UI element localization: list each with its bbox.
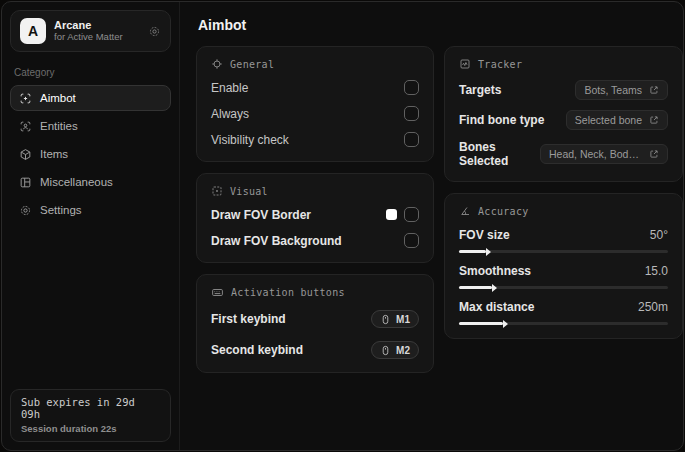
fov-border-color-swatch[interactable]	[386, 209, 397, 220]
slider-fill	[459, 286, 492, 289]
sidebar-item-miscellaneous[interactable]: Miscellaneous	[10, 169, 171, 195]
bones-selected-dropdown[interactable]: Head, Neck, Body, Pe...	[540, 144, 668, 164]
slider-fill	[459, 250, 486, 253]
draw-fov-border-checkbox[interactable]	[404, 207, 419, 222]
accuracy-card: Accuracy FOV size 50° Smoothness	[444, 193, 683, 339]
gear-icon	[19, 204, 32, 217]
targets-dropdown[interactable]: Bots, Teams	[575, 80, 668, 100]
sidebar-item-label: Miscellaneous	[40, 176, 113, 188]
app-identity: Arcane for Active Matter	[54, 19, 140, 43]
setting-label: FOV size	[459, 228, 510, 242]
max-distance-setting: Max distance 250m	[459, 300, 668, 325]
sidebar-item-label: Entities	[40, 120, 78, 132]
person-scan-icon	[19, 120, 32, 133]
angle-icon	[459, 205, 471, 217]
keyboard-icon	[211, 286, 224, 299]
slider-fill	[459, 322, 503, 325]
layout-icon	[19, 176, 32, 189]
general-card: General Enable Always Visibility check	[196, 46, 434, 162]
slider-value: 250m	[638, 300, 668, 314]
slider-value: 15.0	[645, 264, 668, 278]
setting-label: Targets	[459, 83, 501, 97]
fov-size-slider[interactable]	[459, 250, 668, 253]
sub-expiry-text: Sub expires in 29d 09h	[21, 396, 160, 420]
activity-box-icon	[459, 58, 471, 70]
setting-label: Smoothness	[459, 264, 531, 278]
visibility-check-checkbox[interactable]	[404, 132, 419, 147]
page-title: Aimbot	[198, 17, 683, 33]
setting-label: Enable	[211, 81, 248, 95]
setting-label: Always	[211, 107, 249, 121]
subscription-info: Sub expires in 29d 09h Session duration …	[10, 389, 171, 442]
setting-label: Visibility check	[211, 133, 289, 147]
card-title-label: Activation buttons	[231, 287, 345, 298]
expand-icon	[649, 115, 659, 125]
fov-size-setting: FOV size 50°	[459, 228, 668, 253]
first-keybind-button[interactable]: M1	[371, 310, 419, 328]
keybind-value: M2	[396, 345, 410, 356]
enable-checkbox[interactable]	[404, 80, 419, 95]
mouse-icon	[380, 314, 391, 325]
smoothness-setting: Smoothness 15.0	[459, 264, 668, 289]
setting-label: Bones Selected	[459, 140, 540, 168]
slider-value: 50°	[650, 228, 668, 242]
setting-label: Find bone type	[459, 113, 544, 127]
setting-label: Draw FOV Background	[211, 234, 342, 248]
sidebar-item-items[interactable]: Items	[10, 141, 171, 167]
main-content: Aimbot General Enable	[180, 2, 684, 450]
expand-icon	[649, 85, 659, 95]
setting-label: Max distance	[459, 300, 534, 314]
setting-label: Draw FOV Border	[211, 208, 311, 222]
sidebar-item-entities[interactable]: Entities	[10, 113, 171, 139]
keybind-value: M1	[396, 314, 410, 325]
sidebar-item-settings[interactable]: Settings	[10, 197, 171, 223]
crosshair-scan-icon	[19, 92, 32, 105]
setting-label: First keybind	[211, 312, 286, 326]
expand-icon	[649, 149, 659, 159]
app-logo: A	[20, 18, 46, 44]
session-duration-text: Session duration 22s	[21, 423, 160, 434]
find-bone-type-dropdown[interactable]: Selected bone	[566, 110, 668, 130]
mouse-icon	[380, 345, 391, 356]
sidebar-item-label: Items	[40, 148, 68, 160]
sidebar-item-aimbot[interactable]: Aimbot	[10, 85, 171, 111]
app-name: Arcane	[54, 19, 140, 32]
dropdown-value: Selected bone	[575, 114, 642, 126]
cube-icon	[19, 148, 32, 161]
card-title-label: Tracker	[478, 59, 522, 70]
dropdown-value: Bots, Teams	[584, 84, 642, 96]
always-checkbox[interactable]	[404, 106, 419, 121]
tracker-card: Tracker Targets Bots, Teams	[444, 46, 683, 182]
app-subtitle: for Active Matter	[54, 32, 140, 43]
sidebar-item-label: Settings	[40, 204, 82, 216]
max-distance-slider[interactable]	[459, 322, 668, 325]
card-title-label: Accuracy	[478, 206, 529, 217]
card-title-label: Visual	[230, 186, 268, 197]
category-label: Category	[14, 67, 167, 78]
dropdown-value: Head, Neck, Body, Pe...	[549, 148, 642, 160]
setting-label: Second keybind	[211, 343, 303, 357]
sidebar-item-label: Aimbot	[40, 92, 76, 104]
app-window: A Arcane for Active Matter Category Aimb…	[1, 1, 684, 451]
second-keybind-button[interactable]: M2	[371, 341, 419, 359]
activation-buttons-card: Activation buttons First keybind M1	[196, 274, 434, 373]
sidebar: A Arcane for Active Matter Category Aimb…	[2, 2, 180, 450]
profile-card: A Arcane for Active Matter	[10, 10, 171, 52]
draw-fov-background-checkbox[interactable]	[404, 233, 419, 248]
crosshair-icon	[211, 58, 223, 70]
gear-icon[interactable]	[148, 25, 161, 38]
smoothness-slider[interactable]	[459, 286, 668, 289]
visual-card: Visual Draw FOV Border Draw FOV Backgrou…	[196, 173, 434, 263]
card-title-label: General	[230, 59, 274, 70]
frame-dot-icon	[211, 185, 223, 197]
